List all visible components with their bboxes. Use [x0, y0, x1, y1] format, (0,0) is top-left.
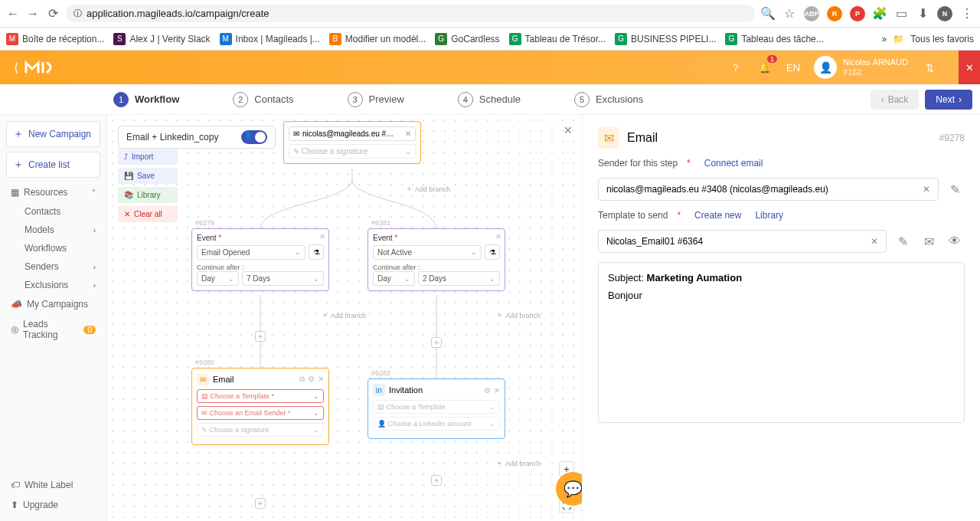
remove-sender-icon[interactable]: ✕ [405, 129, 411, 138]
sidebar-contacts[interactable]: Contacts [6, 202, 100, 221]
workflow-toggle[interactable]: 👤 [241, 130, 267, 144]
add-branch[interactable]: ＋ Add branch [496, 458, 541, 468]
star-icon[interactable]: ☆ [782, 7, 796, 21]
unit-select[interactable]: Day⌄ [373, 271, 415, 286]
bookmark-item[interactable]: MBoîte de réception... [6, 33, 104, 45]
event-select[interactable]: Not Active⌄ [373, 245, 482, 260]
step-workflow[interactable]: 1Workflow [113, 92, 179, 107]
sender-input[interactable]: nicolas@magileads.eu #3408 (nicolas@magi… [598, 178, 939, 201]
add-branch[interactable]: ＋ Add branch [322, 310, 366, 320]
sidebar-my-campaigns[interactable]: 📣My Campaigns [6, 294, 100, 314]
add-branch[interactable]: ＋ Add branch [406, 184, 450, 194]
user-menu[interactable]: 👤 Nicolas ARNAUD #162 [814, 56, 908, 79]
template-select[interactable]: ▤ Choose a Template⌄ [373, 400, 500, 414]
filter-icon[interactable]: ⚗ [309, 244, 324, 260]
edit-icon[interactable]: ✎ [945, 179, 965, 199]
preview-icon[interactable]: 👁 [945, 231, 965, 251]
exit-icon[interactable]: ⇅ [922, 60, 937, 75]
step-exclusions[interactable]: 5Exclusions [574, 92, 643, 107]
connect-email-link[interactable]: Connect email [704, 158, 763, 169]
edit-icon[interactable]: ✎ [893, 231, 913, 251]
period-select[interactable]: 7 Days⌄ [242, 271, 324, 286]
all-favorites[interactable]: Tous les favoris [910, 34, 974, 44]
close-app-icon[interactable]: ✕ [959, 51, 980, 84]
search-icon[interactable]: 🔍 [761, 7, 775, 21]
import-button[interactable]: ⤴Import [118, 149, 178, 165]
settings-icon[interactable]: ⚙ [308, 375, 315, 384]
node-close-icon[interactable]: ✕ [495, 232, 501, 241]
bookmark-item[interactable]: BModifier un modèl... [329, 33, 426, 45]
sidebar-workflows[interactable]: Workflows [6, 239, 100, 257]
bell-icon[interactable]: 🔔1 [757, 60, 773, 75]
filter-icon[interactable]: ⚗ [485, 244, 500, 260]
menu-icon[interactable]: ⋮ [960, 7, 974, 21]
step-preview[interactable]: 3Preview [348, 92, 404, 107]
add-branch[interactable]: ＋ Add branch [496, 310, 541, 320]
close-icon[interactable]: ✕ [318, 375, 324, 384]
app-logo[interactable] [23, 57, 69, 78]
ext-icon-2[interactable]: P [850, 6, 865, 21]
bookmark-item[interactable]: SAlex J | Verity Slack [113, 33, 210, 45]
reload-icon[interactable]: ⟳ [46, 7, 60, 21]
add-step-icon[interactable]: ＋ [431, 337, 442, 348]
sidebar-upgrade[interactable]: ⬆Upgrade [6, 495, 100, 515]
sender-select[interactable]: ✉ Choose an Email Sender *⌄ [197, 406, 324, 420]
next-button[interactable]: Next › [925, 90, 972, 110]
close-icon[interactable]: ✕ [494, 386, 500, 395]
new-campaign-button[interactable]: ＋New Campaign [6, 121, 100, 147]
signature-select[interactable]: ✎ Choose a signature⌄ [289, 144, 416, 159]
step-contacts[interactable]: 2Contacts [233, 92, 293, 107]
sidebar-white-label[interactable]: 🏷White Label [6, 475, 100, 495]
profile-avatar[interactable]: N [937, 6, 952, 21]
step-schedule[interactable]: 4Schedule [458, 92, 521, 107]
template-input[interactable]: Nicolas_Email01 #6364✕ [598, 230, 887, 253]
close-panel-icon[interactable]: ✕ [564, 124, 573, 136]
create-list-button[interactable]: ＋Create list [6, 152, 100, 178]
forward-icon[interactable]: → [26, 7, 40, 21]
sidebar-resources[interactable]: ▦Resources˄ [6, 182, 100, 202]
extensions-icon[interactable]: 🧩 [873, 7, 887, 21]
create-new-link[interactable]: Create new [694, 210, 741, 221]
library-button[interactable]: 📚Library [118, 187, 178, 203]
template-select[interactable]: ▤ Choose a Template *⌄ [197, 389, 324, 403]
add-step-icon[interactable]: ＋ [431, 475, 442, 486]
copy-icon[interactable]: ⧉ [299, 375, 305, 384]
sidebar-models[interactable]: Models› [6, 221, 100, 239]
event-select[interactable]: Email Opened⌄ [197, 245, 305, 260]
bookmark-item[interactable]: GTableau de Trésor... [509, 33, 606, 45]
bookmark-item[interactable]: GGoCardless [435, 33, 499, 45]
clear-icon[interactable]: ✕ [923, 184, 930, 195]
bookmark-item[interactable]: GTableau des tâche... [725, 33, 823, 45]
help-icon[interactable]: ? [728, 60, 743, 75]
account-select[interactable]: 👤 Choose a LinkedIn account⌄ [373, 417, 500, 431]
sidebar-senders[interactable]: Senders› [6, 257, 100, 276]
add-step-icon[interactable]: ＋ [255, 331, 266, 342]
back-button[interactable]: ‹ Back [871, 90, 920, 110]
bookmark-item[interactable]: GBUSINESS PIPELI... [615, 33, 716, 45]
site-info-icon[interactable]: ⓘ [74, 8, 82, 19]
back-icon[interactable]: ← [6, 7, 20, 21]
address-bar[interactable]: ⓘ application.magileads.io/campaign/crea… [66, 5, 755, 22]
sender-chip[interactable]: ✉nicolas@magileads.eu #3408 (nicolas✕ [289, 126, 416, 141]
save-button[interactable]: 💾Save [118, 168, 178, 184]
clear-icon[interactable]: ✕ [871, 236, 878, 247]
clear-all-button[interactable]: ✕Clear all [118, 206, 178, 222]
reading-list-icon[interactable]: ▭ [894, 7, 908, 21]
ext-abp-icon[interactable]: ABP [804, 6, 819, 21]
node-close-icon[interactable]: ✕ [319, 232, 325, 241]
send-test-icon[interactable]: ✉ [919, 231, 939, 251]
bookmark-item[interactable]: MInbox | Magileads |... [220, 33, 320, 45]
sidebar-leads-tracking[interactable]: ◎Leads Tracking0 [6, 314, 100, 345]
ext-icon-1[interactable]: R [827, 6, 842, 21]
settings-icon[interactable]: ⚙ [484, 386, 491, 395]
collapse-sidebar-icon[interactable]: ⟨ [9, 61, 23, 74]
bookmarks-overflow-icon[interactable]: » [882, 34, 887, 44]
period-select[interactable]: 2 Days⌄ [418, 271, 500, 286]
signature-select[interactable]: ✎ Choose a signature⌄ [197, 423, 324, 437]
downloads-icon[interactable]: ⬇ [916, 7, 929, 21]
unit-select[interactable]: Day⌄ [197, 271, 239, 286]
sidebar-exclusions[interactable]: Exclusions› [6, 276, 100, 294]
library-link[interactable]: Library [755, 210, 783, 221]
language-selector[interactable]: EN [786, 62, 800, 74]
add-step-icon[interactable]: ＋ [255, 498, 266, 509]
